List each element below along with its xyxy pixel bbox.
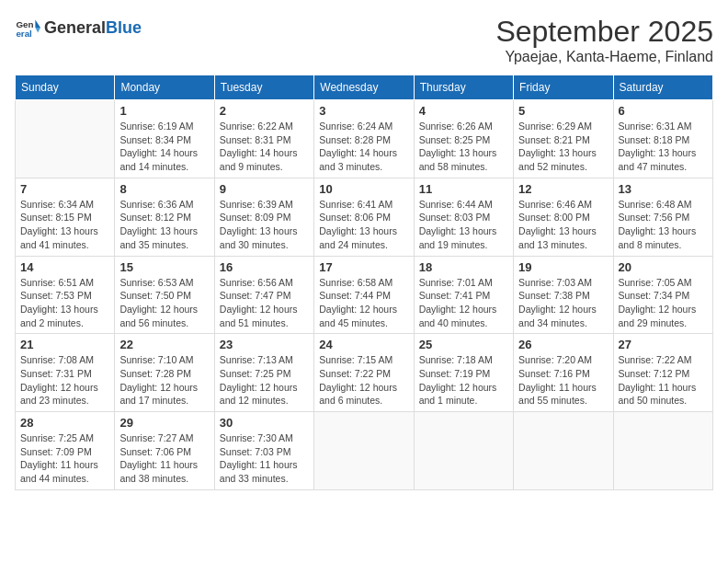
day-info: Sunrise: 6:44 AMSunset: 8:03 PMDaylight:… [419,198,508,252]
day-info: Sunrise: 6:48 AMSunset: 7:56 PMDaylight:… [619,198,708,252]
day-info: Sunrise: 6:56 AMSunset: 7:47 PMDaylight:… [220,276,309,330]
day-info: Sunrise: 6:22 AMSunset: 8:31 PMDaylight:… [220,120,309,174]
calendar-cell: 27Sunrise: 7:22 AMSunset: 7:12 PMDayligh… [613,334,712,412]
day-number: 23 [220,338,309,351]
calendar-cell: 5Sunrise: 6:29 AMSunset: 8:21 PMDaylight… [514,100,613,178]
calendar-cell: 23Sunrise: 7:13 AMSunset: 7:25 PMDayligh… [214,334,313,412]
day-number: 12 [518,182,608,196]
day-number: 26 [518,338,608,351]
day-info: Sunrise: 6:24 AMSunset: 8:28 PMDaylight:… [319,120,408,174]
logo: Gen eral GeneralBlue [15,15,142,40]
day-info: Sunrise: 6:31 AMSunset: 8:18 PMDaylight:… [619,120,708,174]
day-info: Sunrise: 6:39 AMSunset: 8:09 PMDaylight:… [220,198,309,252]
day-header-sunday: Sunday [16,75,115,100]
location-title: Ypaejae, Kanta-Haeme, Finland [495,49,713,65]
day-info: Sunrise: 6:53 AMSunset: 7:50 PMDaylight:… [119,276,209,330]
day-info: Sunrise: 7:30 AMSunset: 7:03 PMDaylight:… [220,431,309,486]
day-header-monday: Monday [115,75,214,100]
calendar-cell: 8Sunrise: 6:36 AMSunset: 8:12 PMDaylight… [115,178,214,256]
day-info: Sunrise: 6:46 AMSunset: 8:00 PMDaylight:… [518,198,608,252]
day-number: 15 [119,260,209,274]
day-info: Sunrise: 7:20 AMSunset: 7:16 PMDaylight:… [518,353,608,408]
day-number: 10 [319,182,408,196]
calendar-cell: 7Sunrise: 6:34 AMSunset: 8:15 PMDaylight… [16,178,115,256]
calendar-cell: 9Sunrise: 6:39 AMSunset: 8:09 PMDaylight… [214,178,313,256]
calendar-cell: 17Sunrise: 6:58 AMSunset: 7:44 PMDayligh… [314,256,414,334]
day-number: 20 [619,260,708,274]
calendar-cell [414,412,513,490]
calendar-cell: 12Sunrise: 6:46 AMSunset: 8:00 PMDayligh… [514,178,613,256]
calendar-cell: 3Sunrise: 6:24 AMSunset: 8:28 PMDaylight… [314,100,414,178]
calendar-cell: 16Sunrise: 6:56 AMSunset: 7:47 PMDayligh… [214,256,313,334]
day-info: Sunrise: 7:22 AMSunset: 7:12 PMDaylight:… [619,353,708,408]
day-header-friday: Friday [514,75,613,100]
calendar-cell: 14Sunrise: 6:51 AMSunset: 7:53 PMDayligh… [16,256,115,334]
day-number: 16 [220,260,309,274]
day-number: 27 [619,338,708,351]
day-info: Sunrise: 6:34 AMSunset: 8:15 PMDaylight:… [20,198,109,252]
calendar-cell: 18Sunrise: 7:01 AMSunset: 7:41 PMDayligh… [414,256,513,334]
day-number: 17 [319,260,408,274]
calendar-cell [314,412,414,490]
calendar-cell: 11Sunrise: 6:44 AMSunset: 8:03 PMDayligh… [414,178,513,256]
svg-marker-3 [35,28,40,33]
calendar-table: SundayMondayTuesdayWednesdayThursdayFrid… [15,75,713,490]
day-header-tuesday: Tuesday [214,75,313,100]
calendar-cell [514,412,613,490]
day-number: 4 [419,104,508,118]
day-number: 21 [20,338,109,351]
day-info: Sunrise: 6:29 AMSunset: 8:21 PMDaylight:… [518,120,608,174]
svg-text:eral: eral [16,29,32,39]
calendar-cell: 19Sunrise: 7:03 AMSunset: 7:38 PMDayligh… [514,256,613,334]
day-info: Sunrise: 7:05 AMSunset: 7:34 PMDaylight:… [619,276,708,330]
calendar-cell: 6Sunrise: 6:31 AMSunset: 8:18 PMDaylight… [613,100,712,178]
day-info: Sunrise: 6:51 AMSunset: 7:53 PMDaylight:… [20,276,109,330]
day-number: 6 [619,104,708,118]
day-info: Sunrise: 7:01 AMSunset: 7:41 PMDaylight:… [419,276,508,330]
day-info: Sunrise: 6:26 AMSunset: 8:25 PMDaylight:… [419,120,508,174]
calendar-cell: 30Sunrise: 7:30 AMSunset: 7:03 PMDayligh… [214,412,313,490]
title-area: September 2025 Ypaejae, Kanta-Haeme, Fin… [495,15,713,65]
calendar-cell: 21Sunrise: 7:08 AMSunset: 7:31 PMDayligh… [16,334,115,412]
day-info: Sunrise: 6:58 AMSunset: 7:44 PMDaylight:… [319,276,408,330]
day-number: 24 [319,338,408,351]
day-info: Sunrise: 7:10 AMSunset: 7:28 PMDaylight:… [119,353,209,408]
day-info: Sunrise: 7:08 AMSunset: 7:31 PMDaylight:… [20,353,109,408]
day-info: Sunrise: 7:25 AMSunset: 7:09 PMDaylight:… [20,431,109,486]
day-number: 25 [419,338,508,351]
day-info: Sunrise: 6:36 AMSunset: 8:12 PMDaylight:… [119,198,209,252]
svg-marker-2 [35,20,40,28]
calendar-cell: 26Sunrise: 7:20 AMSunset: 7:16 PMDayligh… [514,334,613,412]
day-number: 5 [518,104,608,118]
day-number: 8 [119,182,209,196]
day-info: Sunrise: 7:27 AMSunset: 7:06 PMDaylight:… [119,431,209,486]
day-number: 11 [419,182,508,196]
day-number: 30 [220,416,309,430]
day-number: 14 [20,260,109,274]
calendar-cell: 24Sunrise: 7:15 AMSunset: 7:22 PMDayligh… [314,334,414,412]
calendar-cell: 1Sunrise: 6:19 AMSunset: 8:34 PMDaylight… [115,100,214,178]
calendar-cell: 15Sunrise: 6:53 AMSunset: 7:50 PMDayligh… [115,256,214,334]
day-number: 3 [319,104,408,118]
calendar-cell: 10Sunrise: 6:41 AMSunset: 8:06 PMDayligh… [314,178,414,256]
month-title: September 2025 [495,15,713,49]
calendar-cell: 22Sunrise: 7:10 AMSunset: 7:28 PMDayligh… [115,334,214,412]
day-number: 28 [20,416,109,430]
logo-icon: Gen eral [15,15,40,40]
day-number: 13 [619,182,708,196]
logo-general-text: GeneralBlue [44,18,142,38]
day-header-thursday: Thursday [414,75,513,100]
day-number: 9 [220,182,309,196]
calendar-cell: 20Sunrise: 7:05 AMSunset: 7:34 PMDayligh… [613,256,712,334]
calendar-cell [613,412,712,490]
day-info: Sunrise: 7:03 AMSunset: 7:38 PMDaylight:… [518,276,608,330]
calendar-cell: 4Sunrise: 6:26 AMSunset: 8:25 PMDaylight… [414,100,513,178]
day-info: Sunrise: 6:19 AMSunset: 8:34 PMDaylight:… [119,120,209,174]
day-number: 2 [220,104,309,118]
calendar-cell: 28Sunrise: 7:25 AMSunset: 7:09 PMDayligh… [16,412,115,490]
calendar-cell: 29Sunrise: 7:27 AMSunset: 7:06 PMDayligh… [115,412,214,490]
day-number: 7 [20,182,109,196]
day-number: 29 [119,416,209,430]
day-info: Sunrise: 7:18 AMSunset: 7:19 PMDaylight:… [419,353,508,408]
day-info: Sunrise: 7:15 AMSunset: 7:22 PMDaylight:… [319,353,408,408]
